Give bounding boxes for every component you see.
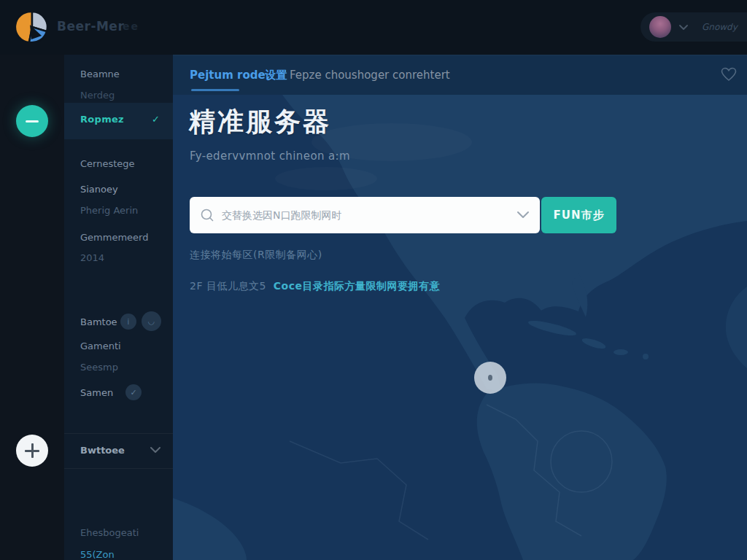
search-box[interactable] <box>190 197 540 233</box>
sidebar-item-beamne[interactable]: Beamne <box>64 66 173 82</box>
sidebar-section-bwttoee[interactable]: Bwttoee <box>64 433 173 469</box>
tab-strip: Pejtum rode设置 Fepze choushoger conrehter… <box>173 55 747 95</box>
app-logo-icon <box>16 11 48 43</box>
chevron-down-icon[interactable] <box>516 211 530 219</box>
app-title-suffix: ee <box>123 20 139 32</box>
page-title: 精准服务器 <box>189 104 331 140</box>
server-search-row: FUN市步 <box>190 197 618 233</box>
sidebar-item-gamenti[interactable]: Gamenti <box>64 338 173 354</box>
chevron-down-icon <box>150 446 161 454</box>
topbar: Beer-Mer ee Gnowdy spo <box>0 0 747 55</box>
map-marker[interactable] <box>474 362 506 394</box>
minus-icon <box>26 120 39 122</box>
limit-note-link[interactable]: Coce目录指际方量限制网要拥有意 <box>274 280 440 292</box>
run-button[interactable]: FUN市步 <box>541 197 616 233</box>
user-name: Gnowdy <box>702 22 738 32</box>
collapse-button[interactable] <box>16 105 48 137</box>
sidebar-item-samen[interactable]: Samen <box>64 385 173 401</box>
sidebar-item-pherig-aerin[interactable]: Pherig Aerin <box>64 203 173 219</box>
sidebar-item-ehesbogeati[interactable]: Ehesbogeati <box>64 525 173 541</box>
active-tab-underline <box>191 89 239 91</box>
avatar <box>649 16 671 38</box>
chevron-down-icon <box>678 24 689 31</box>
search-icon <box>200 208 214 222</box>
sidebar-item-label: Ropmez <box>80 114 124 125</box>
left-rail <box>0 55 64 560</box>
sidebar-item-nerdeg[interactable]: Nerdeg <box>64 88 173 104</box>
info-badge-icon: i <box>120 314 136 330</box>
sidebar-item-sianoey[interactable]: Sianoey <box>64 182 173 198</box>
add-button[interactable] <box>16 435 48 467</box>
face-badge-icon: ◡ <box>142 311 161 331</box>
user-menu[interactable]: Gnowdy spo <box>640 12 747 42</box>
plus-icon <box>25 443 39 458</box>
sidebar-item-cernestege[interactable]: Cernestege <box>64 156 173 172</box>
sidebar: Beamne Nerdeg Ropmez ✓ Cernestege Sianoe… <box>64 55 173 560</box>
sidebar-item-seesmp[interactable]: Seesmp <box>64 359 173 376</box>
main-content: Pejtum rode设置 Fepze choushoger conrehter… <box>173 55 747 560</box>
sidebar-item-2014[interactable]: 2014 <box>64 250 173 266</box>
app-title: Beer-Mer <box>57 19 124 34</box>
sidebar-item-gemmemeerd[interactable]: Gemmemeerd <box>64 230 173 246</box>
connect-note: 连接将始每区(R限制备网心) <box>190 249 322 262</box>
favorite-heart-icon[interactable] <box>721 67 737 82</box>
tab-free-nodes[interactable]: Fepze choushoger conrehtert <box>290 55 450 96</box>
search-input[interactable] <box>222 209 516 221</box>
limit-note-text: 2F 目低儿息文5 <box>190 280 266 292</box>
check-icon: ✓ <box>152 114 160 125</box>
page-subtitle: Fy-edervvmnot chineon a:m <box>190 149 350 163</box>
sidebar-item-55zon[interactable]: 55(Zon <box>64 547 173 560</box>
sidebar-section-label: Bwttoee <box>80 445 125 456</box>
limit-note: 2F 目低儿息文5Coce目录指际方量限制网要拥有意 <box>190 280 440 293</box>
check-badge-icon: ✓ <box>125 384 142 400</box>
sidebar-item-ropmez-active[interactable]: Ropmez ✓ <box>64 103 173 139</box>
